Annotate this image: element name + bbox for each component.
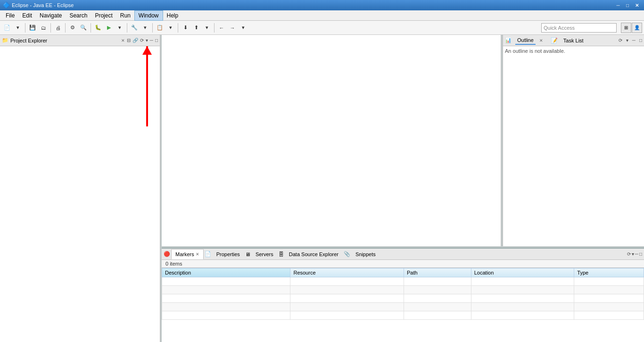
print-button[interactable]: 🖨 xyxy=(53,23,63,33)
next-annotation[interactable]: ⬇ xyxy=(180,23,190,33)
app-icon: 🔷 xyxy=(3,2,10,8)
right-panel-menu[interactable]: ▾ xyxy=(626,38,628,43)
menu-item-search[interactable]: Search xyxy=(66,10,91,21)
quick-access-area: Quick Access xyxy=(541,23,617,33)
menu-item-project[interactable]: Project xyxy=(91,10,116,21)
quick-access-input[interactable]: Quick Access xyxy=(541,23,617,33)
annotation-dropdown[interactable]: ▾ xyxy=(202,23,212,33)
sep4 xyxy=(91,23,91,33)
run-dropdown[interactable]: ▾ xyxy=(115,23,125,33)
outline-tab-label: Outline xyxy=(517,37,534,43)
snippets-tab-label: Snippets xyxy=(355,251,376,257)
link-with-editor-icon[interactable]: 🔗 xyxy=(132,38,138,43)
new-dropdown[interactable]: ▾ xyxy=(13,23,23,33)
save-button[interactable]: 💾 xyxy=(27,23,38,33)
col-path[interactable]: Path xyxy=(404,268,471,277)
bottom-panel-minimize[interactable]: ─ xyxy=(635,251,638,257)
project-explorer-close[interactable]: ✕ xyxy=(121,38,125,43)
bottom-content: Description Resource Path Location Type xyxy=(162,268,644,342)
right-panel-sync[interactable]: ⟳ xyxy=(619,38,622,43)
bottom-panel-menu[interactable]: ▾ xyxy=(632,251,634,257)
collapse-all-icon[interactable]: ⊟ xyxy=(127,38,131,43)
markers-tab-icon: 🔴 xyxy=(164,251,170,257)
table-row xyxy=(162,294,644,303)
menu-item-file[interactable]: File xyxy=(2,10,18,21)
right-panel-minimize[interactable]: ─ xyxy=(632,38,636,43)
task-list-tab-icon: 📝 xyxy=(551,37,558,44)
editor-and-right: 📊 Outline ✕ 📝 Task List ⟳ ▾ ─ □ xyxy=(162,35,644,246)
col-resource[interactable]: Resource xyxy=(290,268,404,277)
sep8 xyxy=(214,23,215,33)
right-panel-maximize[interactable]: □ xyxy=(639,38,642,43)
properties-tab-label: Properties xyxy=(216,251,240,257)
open-task-button[interactable]: 📋 xyxy=(155,23,165,33)
markers-tbody xyxy=(162,277,644,320)
datasource-tab-label: Data Source Explorer xyxy=(289,251,339,257)
right-panel-tabs: 📊 Outline ✕ 📝 Task List ⟳ ▾ ─ □ xyxy=(503,35,644,46)
table-row xyxy=(162,286,644,294)
nav-dropdown[interactable]: ▾ xyxy=(238,23,248,33)
properties-tab[interactable]: Properties xyxy=(212,249,244,259)
prev-annotation[interactable]: ⬆ xyxy=(191,23,201,33)
menu-item-edit[interactable]: Edit xyxy=(18,10,36,21)
servers-tab-icon: 🖥 xyxy=(245,251,250,257)
markers-tab-label: Markers xyxy=(175,251,194,257)
editor-area xyxy=(162,35,501,246)
properties-button[interactable]: ⚙ xyxy=(67,23,78,33)
menu-item-window[interactable]: Window xyxy=(134,10,163,21)
bottom-tabs: 🔴 Markers ✕ 📄 Properties 🖥 Servers 🗄 xyxy=(162,249,644,260)
bottom-area: 🔴 Markers ✕ 📄 Properties 🖥 Servers 🗄 xyxy=(162,248,644,342)
run-button[interactable]: ▶ xyxy=(104,23,114,33)
view-menu-icon[interactable]: ▾ xyxy=(146,38,148,43)
bottom-panel-sync[interactable]: ⟳ xyxy=(627,251,631,257)
markers-table: Description Resource Path Location Type xyxy=(162,268,644,320)
external-tools-dropdown[interactable]: ▾ xyxy=(140,23,150,33)
task-list-tab-label: Task List xyxy=(563,38,584,43)
menu-item-navigate[interactable]: Navigate xyxy=(36,10,66,21)
table-row xyxy=(162,311,644,320)
outline-content: An outline is not available. xyxy=(503,46,644,246)
col-location[interactable]: Location xyxy=(471,268,574,277)
items-count-label: 0 items xyxy=(165,261,182,267)
maximize-button[interactable]: □ xyxy=(623,1,632,9)
sep5 xyxy=(127,23,127,33)
search-toolbar-button[interactable]: 🔍 xyxy=(78,23,89,33)
outline-tab-close[interactable]: ✕ xyxy=(539,38,543,43)
quick-access-label: Quick Access xyxy=(544,25,575,31)
table-row xyxy=(162,277,644,286)
snippets-tab[interactable]: Snippets xyxy=(351,249,380,259)
markers-tab-close[interactable]: ✕ xyxy=(196,252,199,257)
minimize-view-icon[interactable]: ─ xyxy=(150,38,153,43)
open-perspective-button[interactable]: ⊞ xyxy=(621,23,631,33)
menu-item-help[interactable]: Help xyxy=(163,10,182,21)
menu-item-run[interactable]: Run xyxy=(116,10,134,21)
properties-tab-icon: 📄 xyxy=(205,251,211,257)
markers-tab[interactable]: Markers ✕ xyxy=(171,249,204,259)
bottom-panel-maximize[interactable]: □ xyxy=(639,251,642,257)
save-all-button[interactable]: 🗂 xyxy=(38,23,49,33)
right-panel: 📊 Outline ✕ 📝 Task List ⟳ ▾ ─ □ xyxy=(503,35,644,246)
project-explorer-content xyxy=(0,46,160,342)
sync-icon[interactable]: ⟳ xyxy=(140,38,144,43)
toolbar: 📄 ▾ 💾 🗂 🖨 ⚙ 🔍 🐛 ▶ ▾ 🔧 ▾ 📋 ▾ ⬇ ⬆ ▾ ← → ▾ … xyxy=(0,21,644,35)
datasource-tab[interactable]: Data Source Explorer xyxy=(285,249,343,259)
servers-tab[interactable]: Servers xyxy=(251,249,278,259)
window-controls: ─ □ ✕ xyxy=(614,1,641,9)
perspective-button[interactable]: 👤 xyxy=(632,23,642,33)
maximize-view-icon[interactable]: □ xyxy=(155,38,158,43)
forward-button[interactable]: → xyxy=(227,23,238,33)
table-row xyxy=(162,303,644,311)
sep6 xyxy=(152,23,153,33)
back-button[interactable]: ← xyxy=(216,23,227,33)
debug-button[interactable]: 🐛 xyxy=(93,23,103,33)
external-tools-button[interactable]: 🔧 xyxy=(129,23,140,33)
outline-tab[interactable]: Outline xyxy=(515,36,536,45)
new-button[interactable]: 📄 xyxy=(2,23,12,33)
open-task-dropdown[interactable]: ▾ xyxy=(165,23,176,33)
col-description[interactable]: Description xyxy=(162,268,290,277)
col-type[interactable]: Type xyxy=(574,268,644,277)
task-list-tab[interactable]: Task List xyxy=(561,37,586,44)
datasource-tab-icon: 🗄 xyxy=(279,251,284,257)
minimize-button[interactable]: ─ xyxy=(614,1,622,9)
close-button[interactable]: ✕ xyxy=(633,1,641,9)
